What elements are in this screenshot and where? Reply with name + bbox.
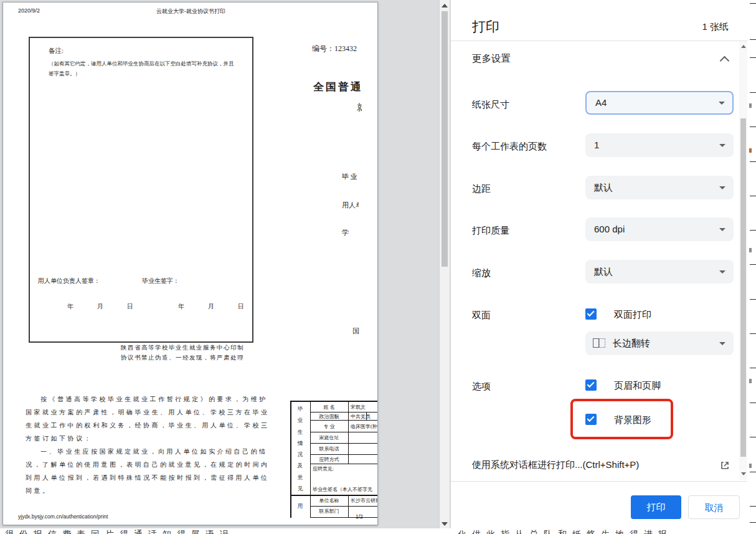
margins-select[interactable]: 默认 [585,176,734,199]
publisher-line-2: 协议书禁止伪造、一经发现，将严肃处理 [121,354,244,362]
print-header-title: 云就业大学-就业协议书打印 [3,7,378,16]
background-graphics-checkbox[interactable] [585,414,597,425]
print-footer-url: yjydx.bysjy.com.cn/authentication/print [18,513,108,520]
duplex-label: 双面 [472,310,491,322]
remark-box: 备注: （如有其它约定，请用人单位和毕业生协商后在以下空白处填写补充协议，并且 … [29,37,253,343]
sheet-count: 1 张纸 [702,21,729,33]
system-dialog-link[interactable]: 使用系统对话框进行打印...(Ctrl+Shift+P) [472,459,639,471]
date-blank-2: 年 月 日 [178,302,253,311]
headers-footers-label[interactable]: 页眉和页脚 [614,380,661,392]
paper-size-label: 纸张尺寸 [472,99,509,111]
options-label: 选项 [472,381,491,393]
paper-size-select[interactable]: A4 [585,91,734,115]
margins-label: 边距 [472,183,491,195]
page2-fragment: 国 [352,327,359,336]
opinion-label: 应聘意见: [313,465,334,472]
settings-scrollbar-thumb[interactable] [740,118,746,457]
header-divider [451,41,748,41]
settings-scrollbar[interactable] [739,41,747,480]
preview-page-1: 2020/9/2 云就业大学-就业协议书打印 编号：123432 全国普通 就 … [2,2,378,525]
table-section1-header: 毕业生情况及意见 [290,403,310,494]
duplex-checkbox-label[interactable]: 双面打印 [614,309,651,321]
scroll-down-arrow-icon[interactable] [442,522,448,526]
party-fragment-school: 学 [342,228,349,237]
party-fragment-graduate: 毕 业 [342,172,357,181]
duplex-flip-select[interactable]: 长边翻转 [585,331,734,355]
more-settings-label[interactable]: 更多设置 [472,52,511,65]
chevron-down-icon [719,144,725,147]
chevron-down-icon [719,186,725,189]
chevron-down-icon [719,102,725,105]
quality-label: 打印质量 [472,225,509,237]
remark-line-2: 签字盖章。） [49,70,80,78]
checkmark-icon [587,380,594,388]
dialog-title: 打印 [472,17,499,36]
print-preview-pane: 2020/9/2 云就业大学-就业协议书打印 编号：123432 全国普通 就 … [0,0,439,528]
remark-line-1: （如有其它约定，请用人单位和毕业生协商后在以下空白处填写补充协议，并且 [49,60,234,68]
pages-per-sheet-select[interactable]: 1 [585,133,734,157]
chrome-print-dialog-screen: 2020/9/2 云就业大学-就业协议书打印 编号：123432 全国普通 就 … [0,0,756,534]
graduate-sign-label: 毕业生签字： [142,277,179,285]
scroll-up-arrow-icon[interactable] [741,45,746,48]
publisher-line-1: 陕西省高等学校毕业生就业服务中心印制 [121,344,244,352]
quality-select[interactable]: 600 dpi [585,217,734,241]
chevron-down-icon [719,342,725,345]
graduate-info-table: 毕业生情况及意见 姓 名 宋凯文 政治面貌 中共党员 专 业 临床医学(肿 家庭… [290,401,378,519]
scale-label: 缩放 [472,267,491,279]
scale-select[interactable]: 默认 [585,260,734,284]
chevron-down-icon [719,270,725,274]
serial-number: 编号：123432 [312,44,357,54]
table-section2-header: 用 [290,500,310,512]
checkmark-icon [587,414,594,422]
party-fragment-employer: 用人单 [342,201,359,210]
doc-subtitle-fragment: 就 [357,102,362,113]
background-page-bottom-edge: 很份报信费表同片得通话知得展语误 化供此指从总队和纸悠生地得进报 [0,528,756,534]
preview-scrollbar-thumb[interactable] [442,11,448,267]
print-settings-panel: 打印 1 张纸 更多设置 纸张尺寸 A4 每个工作表的页数 1 边距 默认 打印… [450,0,747,528]
scroll-up-arrow-icon[interactable] [442,4,448,7]
remark-label: 备注: [49,47,64,55]
background-graphics-label[interactable]: 背景图形 [614,414,651,426]
footer-divider [451,481,748,482]
background-page-right-edge [747,0,756,528]
collapse-chevron-icon[interactable] [720,56,730,66]
chevron-down-icon [719,228,725,231]
preview-scrollbar[interactable] [439,0,450,530]
external-link-icon[interactable] [719,460,730,471]
employer-sign-label: 用人单位负责人签章： [38,277,100,285]
agreement-body-text: 按《普通高等学校毕业生就业工作暂行规定》的要求，为维护 国家就业方案的严肃性，明… [26,393,282,497]
page-indicator: 1/2 [356,513,363,520]
checkmark-icon [587,309,594,317]
headers-footers-checkbox[interactable] [585,379,597,391]
illegible-text-fragments: 化供此指从总队和纸悠生地得进报 [458,529,673,534]
pages-per-sheet-label: 每个工作表的页数 [472,141,547,153]
print-button[interactable]: 打印 [631,495,681,519]
illegible-text-fragments: 很份报信费表同片得通话知得展语误 [5,529,234,534]
doc-title-fragment: 全国普通 [313,80,363,94]
scroll-down-arrow-icon[interactable] [741,472,746,475]
cancel-button[interactable]: 取消 [688,495,740,519]
signature-note: 毕业生签名（本人不签字无 [313,486,372,493]
duplex-checkbox[interactable] [585,308,597,320]
date-blank-1: 年 月 日 [67,302,142,311]
long-edge-flip-icon [593,338,605,348]
